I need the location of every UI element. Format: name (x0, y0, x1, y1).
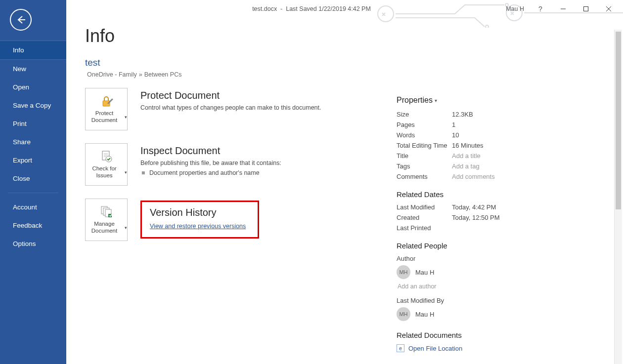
properties-panel: Properties▾ Size12.3KBPages1Words10Total… (392, 26, 623, 364)
version-history-highlight: Version History View and restore previou… (140, 201, 259, 239)
title-bar: test.docx - Last Saved 1/22/2019 4:42 PM… (0, 0, 623, 18)
related-people-header: Related People (397, 242, 623, 250)
svg-rect-1 (584, 7, 588, 11)
manage-document-tile[interactable]: Manage Document▾ (85, 199, 128, 241)
page-heading: Info (85, 26, 392, 46)
date-row: CreatedToday, 12:50 PM (397, 214, 623, 221)
protect-desc: Control what types of changes people can… (140, 104, 321, 111)
sidebar-item-info[interactable]: Info (0, 40, 66, 60)
property-row: Size12.3KB (397, 111, 623, 118)
documents-icon (99, 205, 113, 219)
backstage-sidebar: InfoNewOpenSave a CopyPrintShareExportCl… (0, 0, 66, 364)
version-history-title: Version History (150, 207, 250, 218)
property-row: Words10 (397, 131, 623, 139)
check-issues-tile[interactable]: Check for Issues▾ (85, 143, 128, 186)
avatar: MH (397, 265, 410, 279)
view-versions-link[interactable]: View and restore previous versions (150, 223, 246, 230)
property-row[interactable]: TagsAdd a tag (397, 162, 623, 170)
document-title: test.docx - Last Saved 1/22/2019 4:42 PM (252, 5, 371, 12)
svg-point-6 (486, 25, 489, 28)
help-button[interactable]: ? (529, 2, 552, 16)
minimize-button[interactable] (552, 2, 575, 16)
sidebar-item-share[interactable]: Share (0, 133, 66, 151)
sidebar-item-open[interactable]: Open (0, 78, 66, 96)
sidebar-item-save-a-copy[interactable]: Save a Copy (0, 96, 66, 115)
add-author-field[interactable]: Add an author (398, 283, 623, 290)
vertical-scrollbar[interactable] (614, 30, 622, 364)
property-row[interactable]: CommentsAdd comments (397, 173, 623, 180)
breadcrumb[interactable]: OneDrive - Family»Between PCs (87, 71, 392, 78)
avatar: MH (397, 307, 410, 321)
user-name[interactable]: Mau H (501, 5, 529, 12)
document-name: test (85, 57, 392, 68)
sidebar-item-print[interactable]: Print (0, 115, 66, 133)
lock-icon (99, 94, 113, 108)
author-person[interactable]: MH Mau H (397, 265, 623, 279)
sidebar-item-close[interactable]: Close (0, 169, 66, 188)
close-button[interactable] (597, 2, 620, 16)
protect-title: Protect Document (140, 90, 321, 101)
inspect-desc: Before publishing this file, be aware th… (140, 160, 281, 166)
properties-dropdown[interactable]: Properties▾ (397, 96, 623, 105)
sidebar-item-account[interactable]: Account (0, 198, 66, 216)
back-button[interactable] (10, 9, 32, 31)
property-row: Total Editing Time16 Minutes (397, 142, 623, 149)
date-row: Last Printed (397, 224, 623, 232)
sidebar-item-export[interactable]: Export (0, 151, 66, 169)
modified-by-person[interactable]: MH Mau H (397, 307, 623, 321)
document-check-icon (99, 150, 113, 163)
property-row: Pages1 (397, 121, 623, 128)
date-row: Last ModifiedToday, 4:42 PM (397, 203, 623, 211)
main-content: Info test OneDrive - Family»Between PCs … (66, 0, 623, 364)
sidebar-item-new[interactable]: New (0, 60, 66, 78)
property-row[interactable]: TitleAdd a title (397, 152, 623, 160)
sidebar-item-options[interactable]: Options (0, 235, 66, 253)
protect-document-tile[interactable]: Protect Document▾ (85, 88, 128, 130)
sidebar-separator (8, 193, 58, 193)
inspect-item: ■Document properties and author's name (140, 169, 281, 176)
folder-icon: e (397, 344, 404, 352)
open-file-location-link[interactable]: e Open File Location (397, 344, 623, 352)
inspect-title: Inspect Document (140, 145, 281, 157)
sidebar-item-feedback[interactable]: Feedback (0, 216, 66, 235)
related-documents-header: Related Documents (397, 331, 623, 339)
maximize-button[interactable] (575, 2, 597, 16)
related-dates-header: Related Dates (397, 190, 623, 199)
